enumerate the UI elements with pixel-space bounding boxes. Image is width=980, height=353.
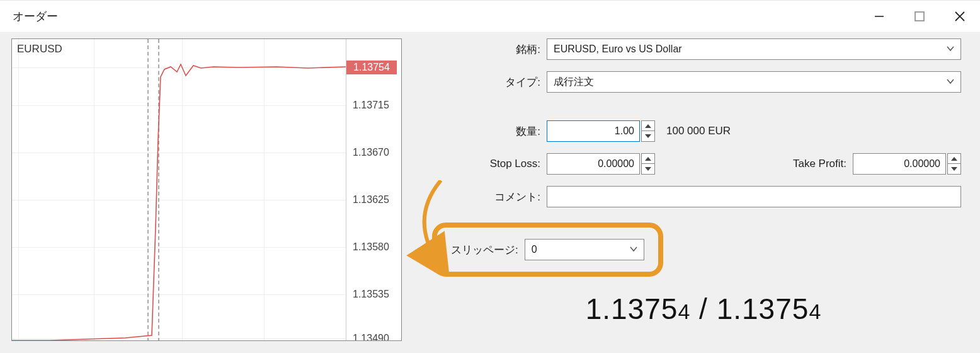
take-profit-input[interactable]: 0.00000 (853, 153, 946, 175)
y-tick: 1.13580 (353, 241, 389, 253)
stop-loss-input[interactable]: 0.00000 (547, 153, 640, 175)
svg-rect-1 (915, 12, 924, 21)
chart-y-axis: 1.13754 1.13715 1.13670 1.13625 1.13580 … (346, 39, 402, 340)
maximize-button[interactable] (899, 1, 940, 32)
step-down-icon[interactable] (641, 164, 655, 175)
y-tick: 1.13670 (353, 147, 389, 158)
bid-sub: 4 (678, 299, 690, 323)
slippage-select[interactable]: 0 (525, 239, 644, 260)
type-value: 成行注文 (554, 76, 594, 89)
price-display: 1.13754 / 1.13754 (446, 292, 961, 326)
ask-sub: 4 (809, 299, 821, 323)
step-down-icon[interactable] (947, 164, 961, 175)
volume-stepper[interactable] (641, 120, 655, 142)
y-tick: 1.13625 (353, 194, 389, 205)
symbol-label: 銘柄: (446, 42, 547, 57)
chart-panel: EURUSD 1.13754 1.13715 1.13670 1.13625 1… (11, 38, 402, 341)
chart-area[interactable]: EURUSD (12, 39, 346, 341)
chart-symbol-label: EURUSD (17, 43, 62, 55)
current-price-tag: 1.13754 (346, 61, 397, 74)
y-tick: 1.13715 (353, 100, 389, 111)
symbol-select[interactable]: EURUSD, Euro vs US Dollar (547, 38, 961, 60)
price-separator: / (690, 292, 716, 325)
volume-input[interactable]: 1.00 (547, 120, 640, 142)
close-button[interactable] (940, 1, 980, 32)
minimize-button[interactable] (859, 1, 899, 32)
chevron-down-icon (630, 244, 637, 255)
chevron-down-icon (947, 43, 954, 55)
window-title: オーダー (13, 9, 58, 24)
take-profit-stepper[interactable] (947, 153, 961, 175)
slippage-label: スリッページ: (451, 243, 525, 257)
order-form: 銘柄: EURUSD, Euro vs US Dollar タイプ: 成行注文 … (402, 38, 980, 353)
ask-main: 1.1375 (717, 292, 809, 325)
step-down-icon[interactable] (641, 131, 655, 142)
slippage-value: 0 (532, 244, 537, 255)
step-up-icon[interactable] (947, 153, 961, 164)
order-type-select[interactable]: 成行注文 (547, 71, 961, 93)
symbol-value: EURUSD, Euro vs US Dollar (554, 43, 682, 55)
step-up-icon[interactable] (641, 153, 655, 164)
y-tick: 1.13490 (353, 333, 389, 341)
type-label: タイプ: (446, 75, 547, 90)
slippage-highlight: スリッページ: 0 (432, 223, 663, 277)
step-up-icon[interactable] (641, 120, 655, 131)
chevron-down-icon (947, 76, 954, 88)
window-controls (859, 1, 980, 32)
stop-loss-label: Stop Loss: (446, 158, 547, 170)
volume-suffix: 100 000 EUR (666, 125, 731, 137)
comment-input[interactable] (547, 186, 961, 207)
bid-main: 1.1375 (586, 292, 678, 325)
stop-loss-stepper[interactable] (641, 153, 655, 175)
volume-label: 数量: (446, 124, 547, 139)
take-profit-label: Take Profit: (793, 158, 853, 170)
price-line (12, 39, 346, 341)
title-bar: オーダー (0, 1, 980, 32)
y-tick: 1.13535 (353, 289, 389, 300)
